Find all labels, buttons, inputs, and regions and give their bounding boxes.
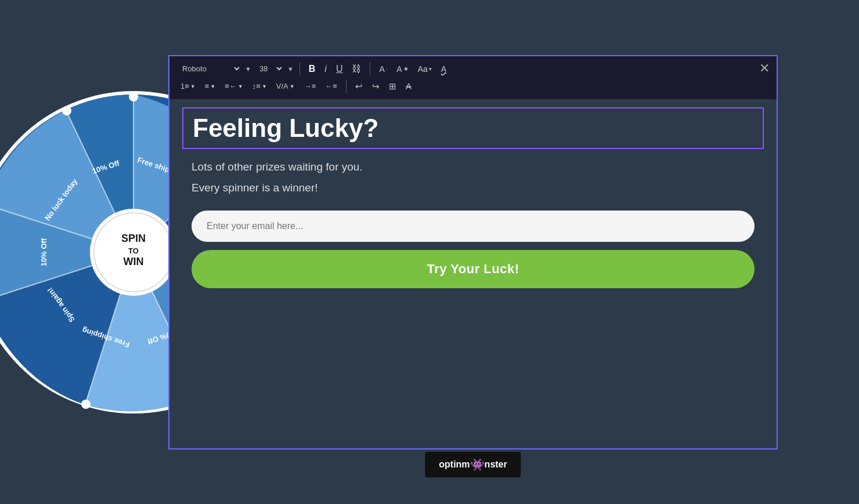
- italic-button[interactable]: i: [322, 62, 330, 76]
- underline-button[interactable]: U: [333, 62, 346, 76]
- page-title: Feeling Lucky?: [193, 114, 378, 142]
- right-panel: ✕ Roboto ▼ 38 ▼ B i U ⛓ A:: [168, 55, 778, 449]
- brand-text-1: optinm: [439, 459, 470, 470]
- close-button[interactable]: ✕: [759, 61, 770, 76]
- unordered-list-button[interactable]: ≡ ▼: [202, 80, 219, 92]
- cta-button[interactable]: Try Your Luck!: [192, 250, 755, 288]
- font-style-button[interactable]: A: [438, 63, 449, 75]
- svg-text:SPIN: SPIN: [121, 233, 146, 244]
- content-area: Lots of other prizes waiting for you. Ev…: [169, 149, 777, 300]
- strikethrough-button[interactable]: A: [403, 79, 414, 93]
- monster-icon: 👾: [470, 458, 485, 472]
- align-button[interactable]: ≡← ▼: [222, 80, 246, 92]
- svg-text:TO: TO: [128, 246, 139, 255]
- title-container: Feeling Lucky?: [182, 107, 764, 149]
- main-container: Free shipping Almost 25% Off Not quite 1…: [0, 0, 859, 504]
- bold-button[interactable]: B: [306, 62, 319, 76]
- winner-text: Every spinner is a winner!: [192, 182, 755, 194]
- subtitle: Lots of other prizes waiting for you.: [192, 161, 755, 173]
- toolbar-row-2: 1≡ ▼ ≡ ▼ ≡← ▼ ↕≡ ▼ V/A ▼ →≡ ←≡ ↩ ↪ ⊞ A: [178, 79, 768, 93]
- svg-point-26: [81, 400, 91, 409]
- line-height-button[interactable]: ↕≡ ▼: [250, 80, 270, 92]
- indent-right-button[interactable]: →≡: [301, 80, 319, 92]
- font-case-button[interactable]: Aa▾: [415, 63, 435, 75]
- svg-point-22: [129, 92, 138, 101]
- ordered-list-button[interactable]: 1≡ ▼: [178, 80, 198, 92]
- toolbar: Roboto ▼ 38 ▼ B i U ⛓ A: A★ Aa▾ A: [169, 56, 777, 99]
- indent-left-button[interactable]: ←≡: [322, 80, 340, 92]
- svg-text:10% Off: 10% Off: [39, 238, 48, 266]
- optinmonster-footer: optinm 👾 nster: [425, 452, 521, 477]
- toolbar-row-1: Roboto ▼ 38 ▼ B i U ⛓ A: A★ Aa▾ A: [178, 62, 768, 76]
- brand-text-2: nster: [485, 459, 507, 470]
- font-size-a-button[interactable]: A:: [376, 63, 390, 75]
- undo-button[interactable]: ↩: [352, 79, 366, 93]
- svg-point-29: [62, 106, 71, 115]
- redo-button[interactable]: ↪: [369, 79, 382, 93]
- via-button[interactable]: V/A ▼: [273, 80, 298, 92]
- toolbar-sep-3: [346, 79, 347, 93]
- svg-text:WIN: WIN: [124, 256, 144, 267]
- font-size-select[interactable]: 38: [255, 63, 284, 75]
- toolbar-sep-2: [370, 62, 370, 76]
- font-color-button[interactable]: A★: [394, 63, 411, 75]
- email-input[interactable]: [192, 211, 755, 242]
- toolbar-sep-1: [299, 62, 300, 76]
- font-family-select[interactable]: Roboto: [178, 63, 241, 75]
- grid-button[interactable]: ⊞: [386, 79, 399, 93]
- link-button[interactable]: ⛓: [349, 62, 364, 76]
